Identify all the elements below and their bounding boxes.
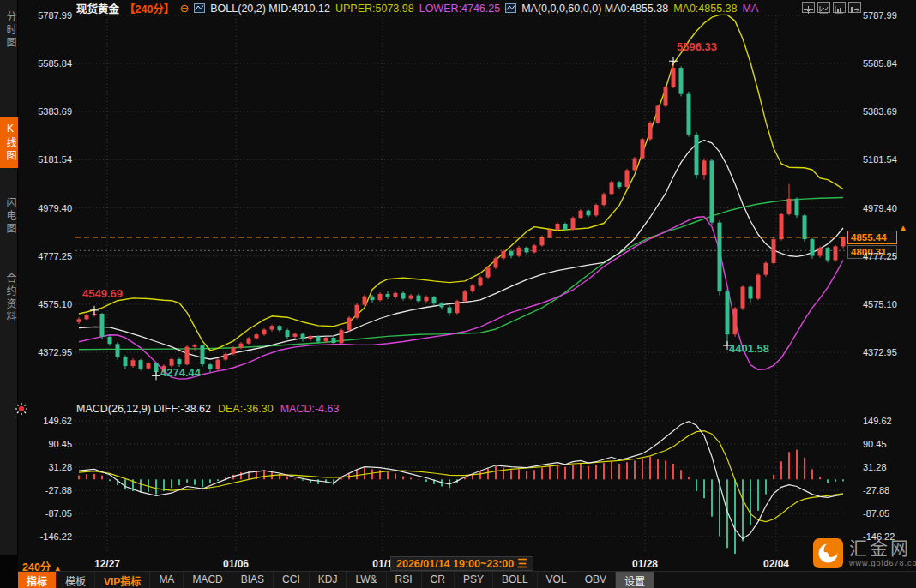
bottom-tab-指标[interactable]: 指标 [18, 572, 57, 588]
macd-axis-label-right: -27.88 [863, 485, 914, 496]
price-annotation: 4401.58 [729, 342, 769, 355]
bottom-tab-CCI[interactable]: CCI [274, 572, 310, 588]
boll-values: BOLL(20,2) MID:4910.12 [210, 3, 330, 15]
y-axis-label-right: 4372.95 [863, 347, 914, 358]
macd-value: MACD:-4.63 [280, 403, 340, 415]
macd-axis-label-right: 149.62 [863, 416, 914, 427]
symbol-title: 现货黄金 [76, 0, 119, 16]
price-annotation: 5596.33 [677, 40, 717, 53]
left-sidebar: 分时图K线图闪电图合约资料 [0, 0, 18, 555]
logo-url: www.gold678.com [849, 559, 916, 567]
macd-dea-value: DEA:-36.30 [218, 403, 274, 415]
logo-icon [813, 538, 843, 568]
y-axis-label-left: 4777.25 [21, 251, 72, 262]
y-axis-label-left: 5383.69 [21, 106, 72, 117]
macd-axis-label-left: -27.88 [21, 485, 72, 496]
bottom-tab-模板[interactable]: 模板 [57, 572, 95, 588]
price-up-arrow-icon: ▲ [899, 223, 907, 232]
kline-chart-canvas[interactable] [0, 0, 916, 588]
bottom-tab-CR[interactable]: CR [422, 572, 455, 588]
site-logo: 汇金网 www.gold678.com [813, 538, 916, 568]
macd-axis-label-left: 31.28 [21, 462, 72, 473]
y-axis-label-right: 4777.25 [863, 251, 914, 262]
indicator-marker-icon[interactable] [14, 401, 29, 417]
macd-axis-label-left: -87.05 [21, 508, 72, 519]
y-axis-label-right: 4575.10 [863, 299, 914, 310]
macd-axis-label-right: -146.22 [863, 531, 914, 543]
crosshair-icon[interactable] [802, 2, 815, 13]
y-axis-label-right: 5181.54 [863, 154, 914, 165]
ma-values: MA(0,0,0,60,0,0) MA0:4855.38 [521, 3, 668, 15]
bottom-tab-VOL[interactable]: VOL [538, 572, 576, 588]
zoom-in-chart-icon[interactable] [817, 2, 830, 13]
chart-toolbar [802, 2, 861, 13]
sidebar-tab-分时图[interactable]: 分时图 [0, 5, 18, 55]
sidebar-tab-闪电图[interactable]: 闪电图 [0, 190, 18, 242]
boll-lower-value: LOWER:4746.25 [419, 3, 501, 15]
bottom-tab-RSI[interactable]: RSI [387, 572, 422, 588]
y-axis-label-left: 5787.99 [21, 10, 72, 21]
sidebar-tab-K线图[interactable]: K线图 [0, 117, 18, 168]
ma-magenta-label: MA [742, 3, 758, 15]
price-annotation: 4549.69 [82, 287, 123, 300]
indicator-tab-bar: 指标模板VIP指标MAMACDBIASCCIKDJLW&RSICRPSYBOLL… [18, 571, 916, 588]
x-axis-date-label: 12/27 [80, 558, 135, 570]
bottom-tab-MA[interactable]: MA [150, 572, 184, 588]
y-axis-label-left: 5181.54 [21, 154, 72, 165]
macd-axis-label-left: -146.22 [21, 531, 72, 543]
y-axis-label-left: 4372.95 [21, 347, 72, 358]
bottom-tab-VIP指标[interactable]: VIP指标 [95, 572, 150, 588]
macd-axis-label-left: 90.45 [21, 439, 72, 450]
macd-diff-value: MACD(26,12,9) DIFF:-38.62 [76, 403, 211, 415]
x-axis-date-label: 02/04 [749, 558, 804, 570]
macd-axis-label-right: -87.05 [863, 508, 914, 519]
current-price-box: 4855.44 [847, 231, 897, 244]
chart-header: 现货黄金 【240分】 ⊖ BOLL(20,2) MID:4910.12 UPP… [76, 2, 758, 15]
y-axis-label-left: 4979.40 [21, 203, 72, 214]
bottom-tab-OBV[interactable]: OBV [576, 572, 616, 588]
bottom-tab-KDJ[interactable]: KDJ [310, 572, 347, 588]
price-annotation: 4274.44 [160, 366, 201, 379]
zoom-out-chart-icon[interactable] [833, 2, 846, 13]
bottom-tab-BOLL[interactable]: BOLL [493, 572, 538, 588]
macd-axis-label-right: 90.45 [863, 439, 914, 450]
bottom-tab-PSY[interactable]: PSY [455, 572, 493, 588]
y-axis-label-right: 4979.40 [863, 203, 914, 214]
ma0-yellow-value: MA0:4855.38 [673, 3, 737, 15]
macd-axis-label-left: 149.62 [21, 416, 72, 427]
bottom-tab-设置[interactable]: 设置 [616, 572, 654, 588]
bottom-tab-MACD[interactable]: MACD [184, 572, 232, 588]
collapse-icon[interactable]: ⊖ [179, 2, 189, 15]
datetime-tooltip: 2026/01/14 19:00~23:00 三 [390, 556, 533, 571]
y-axis-label-left: 5585.84 [21, 58, 72, 69]
y-axis-label-left: 4575.10 [21, 299, 72, 310]
boll-upper-value: UPPER:5073.98 [335, 3, 414, 15]
bottom-tab-LW&[interactable]: LW& [347, 572, 386, 588]
y-axis-label-right: 5585.84 [863, 58, 914, 69]
macd-header: MACD(26,12,9) DIFF:-38.62 DEA:-36.30 MAC… [76, 403, 339, 415]
y-axis-label-right: 5787.99 [863, 10, 914, 21]
x-axis-date-label: 01/06 [208, 558, 263, 570]
y-axis-label-right: 5383.69 [863, 106, 914, 117]
x-axis-date-label: 01/28 [618, 558, 672, 570]
panel-expand-icon[interactable] [848, 2, 861, 13]
trading-app-window: 分时图K线图闪电图合约资料 现货黄金 【240分】 ⊖ BOLL(20,2) M… [0, 0, 916, 588]
corner-block [0, 555, 18, 588]
ma-indicator-icon[interactable] [505, 3, 516, 13]
boll-indicator-icon[interactable] [194, 3, 205, 13]
bottom-tab-BIAS[interactable]: BIAS [232, 572, 274, 588]
sidebar-tab-合约资料[interactable]: 合约资料 [0, 262, 18, 334]
macd-axis-label-right: 31.28 [863, 462, 914, 473]
period-label[interactable]: 【240分】 [124, 0, 174, 16]
